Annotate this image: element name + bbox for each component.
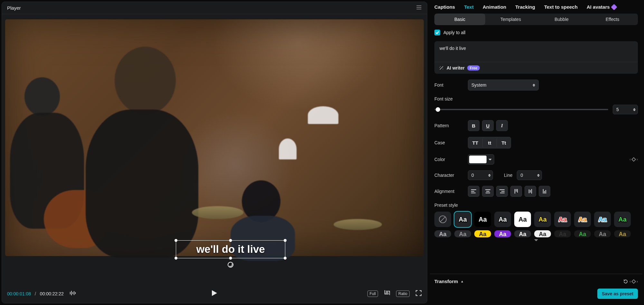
text-input-block: we'll do it live AI writer Free [434, 41, 638, 74]
resize-handle-top-mid[interactable] [229, 239, 232, 242]
case-title-button[interactable]: Tt [497, 137, 511, 148]
reset-icon[interactable] [623, 279, 628, 284]
case-upper-button[interactable]: TT [468, 137, 482, 148]
fontsize-input[interactable]: 5 [613, 105, 638, 114]
subtab-templates[interactable]: Templates [485, 14, 536, 25]
fullscreen-icon[interactable] [415, 290, 422, 297]
align-left-button[interactable] [468, 186, 479, 197]
color-picker[interactable] [468, 154, 494, 165]
resize-handle-top-left[interactable] [175, 239, 177, 242]
preset-style-r2-7[interactable]: Aa [554, 230, 571, 237]
preset-style-5[interactable]: Aa [534, 212, 551, 227]
stepper-icon[interactable] [537, 174, 540, 177]
panel-menu-icon[interactable] [416, 5, 422, 11]
keyframe-prev-icon[interactable]: ‹ [630, 157, 631, 162]
alignment-label: Alignment [434, 189, 463, 194]
tab-text-to-speech[interactable]: Text to speech [544, 4, 578, 10]
subtab-effects[interactable]: Effects [587, 14, 638, 25]
resize-handle-bottom-right[interactable] [284, 257, 287, 260]
color-swatch [469, 156, 487, 163]
preset-style-r2-6[interactable]: Aa [534, 230, 551, 237]
preset-style-4[interactable]: Aa [514, 212, 531, 227]
preset-style-r2-8[interactable]: Aa [574, 230, 591, 237]
crop-icon[interactable] [384, 290, 390, 297]
preset-style-r2-10[interactable]: Aa [614, 230, 631, 237]
svg-marker-8 [212, 290, 217, 296]
caption-text-input[interactable]: we'll do it live [434, 41, 638, 62]
waveform-toggle-icon[interactable] [70, 290, 77, 297]
line-label: Line [504, 173, 512, 178]
character-spacing-input[interactable]: 0 [468, 170, 493, 180]
keyframe-diamond-icon[interactable] [631, 279, 636, 283]
keyframe-diamond-icon[interactable] [631, 157, 636, 162]
line-spacing-input[interactable]: 0 [517, 170, 542, 180]
fontsize-label: Font size [434, 96, 638, 101]
font-value: System [471, 82, 487, 88]
ai-writer-label: AI writer [447, 65, 465, 71]
preset-style-r2-5[interactable]: Aa [514, 230, 531, 237]
preset-style-r2-2[interactable]: Aa [454, 230, 471, 237]
preset-style-2[interactable]: Aa [474, 212, 491, 227]
keyframe-next-icon[interactable]: › [637, 279, 638, 284]
view-full-button[interactable]: Full [367, 291, 378, 297]
play-button[interactable] [212, 290, 217, 297]
tab-animation[interactable]: Animation [483, 4, 506, 10]
caption-text[interactable]: we'll do it live [196, 243, 265, 255]
stepper-icon[interactable] [488, 174, 491, 177]
preset-style-r2-1[interactable]: Aa [434, 230, 451, 237]
preset-style-3[interactable]: Aa [494, 212, 511, 227]
preset-style-8[interactable]: Aa [594, 212, 611, 227]
bold-button[interactable]: B [468, 120, 479, 131]
svg-line-29 [440, 217, 445, 222]
timecode-current: 00:00:01:08 [7, 291, 31, 296]
preset-style-r2-4[interactable]: Aa [494, 230, 511, 237]
transform-section-header[interactable]: Transform ▲ ‹ › [430, 274, 642, 289]
svg-point-9 [386, 292, 388, 294]
tab-text[interactable]: Text [464, 4, 474, 10]
player-title: Player [7, 5, 21, 11]
preset-style-r2-9[interactable]: Aa [594, 230, 611, 237]
valign-bottom-button[interactable] [539, 186, 550, 197]
italic-button[interactable]: I [496, 120, 508, 131]
case-toggle-group: TT tt Tt [468, 137, 511, 148]
video-preview-area[interactable]: we'll do it live [2, 14, 427, 284]
valign-top-button[interactable] [510, 186, 522, 197]
subtab-bubble[interactable]: Bubble [536, 14, 587, 25]
preset-style-9[interactable]: Aa [614, 212, 631, 227]
subtab-basic[interactable]: Basic [434, 14, 485, 25]
keyframe-prev-icon[interactable]: ‹ [630, 279, 631, 284]
save-as-preset-button[interactable]: Save as preset [597, 289, 638, 299]
timecode-duration: 00:00:22:22 [40, 291, 64, 296]
inspector-top-tabs: Captions Text Animation Tracking Text to… [430, 2, 642, 14]
align-right-button[interactable] [496, 186, 508, 197]
valign-middle-button[interactable] [525, 186, 536, 197]
underline-button[interactable]: U [482, 120, 494, 131]
keyframe-next-icon[interactable]: › [637, 157, 638, 162]
presets-expand-icon[interactable] [534, 239, 538, 241]
chevron-down-icon [488, 159, 492, 160]
case-lower-button[interactable]: tt [482, 137, 497, 148]
preset-style-6[interactable]: Aa [554, 212, 571, 227]
resize-handle-top-right[interactable] [284, 239, 287, 242]
fontsize-slider[interactable] [434, 109, 608, 110]
resize-handle-bottom-left[interactable] [175, 257, 177, 260]
align-center-button[interactable] [482, 186, 494, 197]
preset-style-r2-3[interactable]: Aa [474, 230, 491, 237]
tab-captions[interactable]: Captions [434, 4, 455, 10]
player-controls: 00:00:01:08 / 00:00:22:22 Full [2, 284, 427, 303]
stepper-icon[interactable] [633, 108, 636, 111]
transform-label: Transform [434, 279, 458, 284]
font-select[interactable]: System [468, 80, 539, 91]
video-frame[interactable]: we'll do it live [5, 19, 424, 256]
caption-selection-box[interactable]: we'll do it live [176, 240, 285, 258]
preset-style-7[interactable]: Aa [574, 212, 591, 227]
tab-tracking[interactable]: Tracking [515, 4, 535, 10]
preset-style-1[interactable]: Aa [454, 212, 471, 227]
resize-handle-bottom-mid[interactable] [229, 257, 232, 260]
ai-writer-button[interactable]: AI writer Free [434, 62, 638, 74]
rotate-handle-icon[interactable] [228, 262, 233, 268]
view-ratio-button[interactable]: Ratio [396, 291, 410, 297]
apply-to-all-checkbox[interactable] [434, 30, 440, 35]
tab-ai-avatars[interactable]: AI avatars [587, 4, 616, 10]
preset-none[interactable] [434, 212, 451, 227]
